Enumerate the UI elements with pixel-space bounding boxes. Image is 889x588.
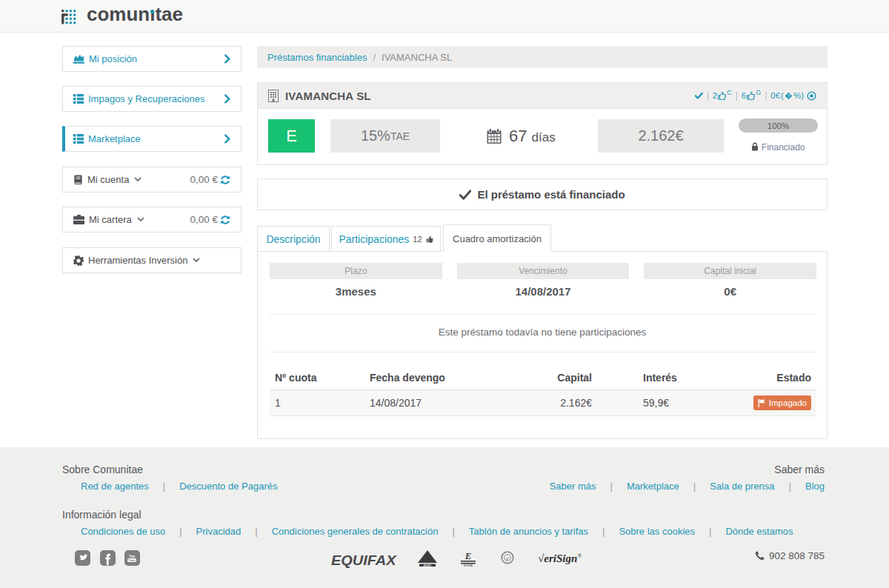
- svg-text:e: e: [507, 556, 509, 561]
- svg-text:ASNEF: ASNEF: [424, 564, 432, 567]
- svg-text:E: E: [465, 550, 472, 561]
- svg-text:ENISA: ENISA: [464, 564, 473, 567]
- svg-text:Tube: Tube: [128, 558, 136, 562]
- svg-text:?: ?: [788, 93, 790, 98]
